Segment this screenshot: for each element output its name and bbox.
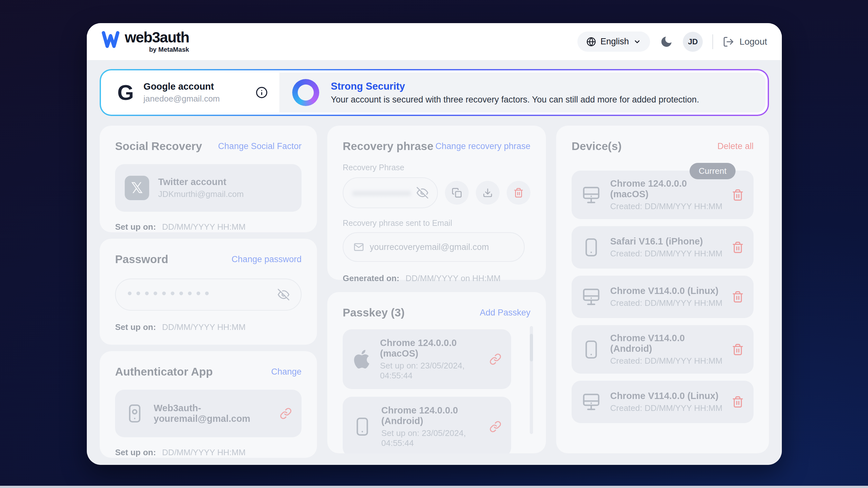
password-title: Password <box>115 253 168 266</box>
header-divider <box>712 34 713 49</box>
authenticator-account: Web3auth-youremail@gmal.com <box>154 403 271 424</box>
setup-value: DD/MM/YYYY HH:MM <box>162 222 246 232</box>
device-list: Current Chrome 124.0.0.0 (macOS) Created… <box>571 171 753 423</box>
trash-icon <box>514 188 524 198</box>
web3auth-logo: web3auth by MetaMask <box>101 30 189 53</box>
setup-value: DD/MM/YYYY HH:MM <box>162 322 246 332</box>
change-social-factor-link[interactable]: Change Social Factor <box>218 141 302 151</box>
monitor-icon <box>581 287 601 307</box>
change-authenticator-link[interactable]: Change <box>271 367 302 377</box>
trash-icon[interactable] <box>732 241 744 254</box>
password-card: Password Change password •••••••••• Set … <box>100 239 317 345</box>
smartphone-icon <box>125 403 145 423</box>
device-created: Created: DD/MM/YYY HH:MM <box>610 249 722 259</box>
security-description: Your account is secured with three recov… <box>331 95 699 105</box>
language-selector[interactable]: English <box>578 31 650 52</box>
setup-value: DD/MM/YYYY HH:MM <box>162 448 246 457</box>
content-area: G Google account janedoe@gmail.com Stron… <box>87 60 782 465</box>
web3auth-logo-icon <box>101 31 120 48</box>
x-twitter-icon: 𝕏 <box>125 176 149 200</box>
logo-tagline: by MetaMask <box>149 46 189 53</box>
avatar-initials: JD <box>688 37 698 46</box>
passkey-title: Passkey (3) <box>343 306 405 319</box>
add-passkey-link[interactable]: Add Passkey <box>479 308 530 318</box>
security-banner: G Google account janedoe@gmail.com Stron… <box>100 69 769 116</box>
unlink-icon[interactable] <box>280 408 292 420</box>
logout-label: Logout <box>739 37 767 47</box>
social-recovery-title: Social Recovery <box>115 140 202 153</box>
delete-all-link[interactable]: Delete all <box>717 141 753 151</box>
setup-label: Set up on: <box>115 222 156 232</box>
monitor-icon <box>581 185 601 205</box>
trash-icon[interactable] <box>732 189 744 201</box>
bottom-edge-strip <box>0 486 868 488</box>
setup-label: Set up on: <box>115 322 156 332</box>
device-row: Chrome V114.0.0 (Android) Created: DD/MM… <box>571 325 753 373</box>
authenticator-card: Authenticator App Change Web3auth-yourem… <box>100 351 317 458</box>
eye-off-icon[interactable] <box>278 289 289 300</box>
provider-title: Google account <box>144 81 220 92</box>
logout-button[interactable]: Logout <box>723 36 767 47</box>
authenticator-account-row: Web3auth-youremail@gmal.com <box>115 390 302 437</box>
logo-text: web3auth <box>125 30 189 45</box>
passkey-list: Chrome 124.0.0.0 (macOS) Set up on: 23/0… <box>343 329 530 453</box>
twitter-account-email: JDKmurthi@gmail.com <box>158 189 244 199</box>
passkey-item-title: Chrome 124.0.0.0 (macOS) <box>380 338 480 359</box>
device-row: Safari V16.1 (iPhone) Created: DD/MM/YYY… <box>571 226 753 268</box>
recovery-phrase-field[interactable]: xxxxxxxxxxxxxx <box>343 177 438 208</box>
generated-label: Generated on: <box>343 273 399 283</box>
recovery-email-label: Recovery phrase sent to Email <box>343 219 530 228</box>
current-device-badge: Current <box>689 163 736 179</box>
devices-title: Device(s) <box>571 140 622 153</box>
passkey-item: Chrome 124.0.0.0 (Android) Set up on: 23… <box>343 397 511 453</box>
passkey-item: Chrome 124.0.0.0 (macOS) Set up on: 23/0… <box>343 329 511 389</box>
recovery-phrase-label: Recovery Phrase <box>343 163 530 172</box>
device-row: Chrome V114.0.0 (Linux) Created: DD/MM/Y… <box>571 275 753 318</box>
language-label: English <box>600 37 629 46</box>
avatar[interactable]: JD <box>683 32 703 52</box>
link-icon[interactable] <box>489 421 501 433</box>
twitter-account-title: Twitter account <box>158 177 244 187</box>
eye-off-icon[interactable] <box>416 187 428 199</box>
apple-icon <box>352 350 371 368</box>
logout-icon <box>723 36 734 47</box>
globe-icon <box>586 37 596 46</box>
recovery-email-field[interactable]: yourrecoveryemail@gmail.com <box>343 232 525 262</box>
monitor-icon <box>581 392 601 412</box>
security-title: Strong Security <box>331 80 699 92</box>
device-title: Chrome V114.0.0 (Linux) <box>610 286 722 296</box>
recovery-email-value: yourrecoveryemail@gmail.com <box>370 242 489 252</box>
provider-email: janedoe@gmail.com <box>144 94 220 104</box>
login-provider-section: G Google account janedoe@gmail.com <box>103 73 279 112</box>
copy-phrase-button[interactable] <box>445 181 469 205</box>
download-phrase-button[interactable] <box>476 181 500 205</box>
change-password-link[interactable]: Change password <box>231 255 302 264</box>
devices-card: Device(s) Delete all Current Chrome 124.… <box>556 126 769 453</box>
delete-phrase-button[interactable] <box>507 181 530 205</box>
passkey-card: Passkey (3) Add Passkey Chrome 124.0.0.0… <box>327 292 546 453</box>
change-recovery-phrase-link[interactable]: Change recovery phrase <box>435 141 530 151</box>
generated-value: DD/MM/YYYY on HH:MM <box>405 273 500 283</box>
authenticator-title: Authenticator App <box>115 365 213 378</box>
info-icon[interactable] <box>255 87 268 99</box>
device-created: Created: DD/MM/YYY HH:MM <box>610 356 723 366</box>
mail-icon <box>353 242 364 252</box>
trash-icon[interactable] <box>732 291 744 303</box>
app-header: web3auth by MetaMask English JD <box>87 23 782 60</box>
chevron-down-icon <box>633 38 641 45</box>
link-icon[interactable] <box>489 353 501 365</box>
google-icon: G <box>117 82 134 103</box>
main-window: web3auth by MetaMask English JD <box>87 23 782 465</box>
social-recovery-card: Social Recovery Change Social Factor 𝕏 T… <box>100 126 317 232</box>
download-icon <box>483 188 493 198</box>
smartphone-icon <box>581 237 601 257</box>
scrollbar-thumb[interactable] <box>530 334 533 361</box>
smartphone-icon <box>581 339 601 359</box>
passkey-scrollbar[interactable] <box>530 326 533 434</box>
password-field[interactable]: •••••••••• <box>115 279 302 311</box>
passkey-item-subtitle: Set up on: 23/05/2024, 04:55:44 <box>381 428 480 448</box>
trash-icon[interactable] <box>732 396 744 408</box>
moon-icon[interactable] <box>660 35 673 48</box>
recovery-phrase-masked: xxxxxxxxxxxxxx <box>352 188 413 198</box>
trash-icon[interactable] <box>732 344 744 356</box>
